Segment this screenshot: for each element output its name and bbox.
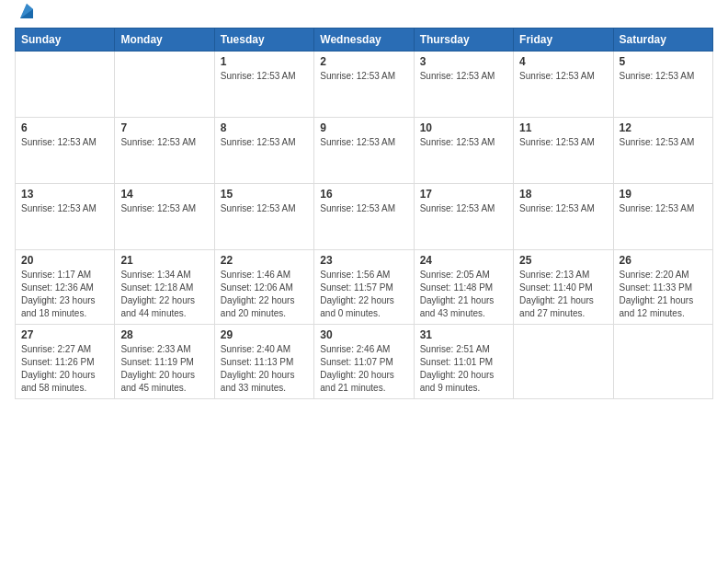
calendar-day-cell: 7Sunrise: 12:53 AM bbox=[115, 118, 214, 184]
calendar-day-cell: 29Sunrise: 2:40 AMSunset: 11:13 PMDaylig… bbox=[214, 325, 313, 399]
day-info-text: Sunrise: 12:53 AM bbox=[420, 136, 507, 149]
day-info-text: Sunrise: 12:53 AM bbox=[420, 70, 507, 83]
calendar-week-row: 27Sunrise: 2:27 AMSunset: 11:26 PMDaylig… bbox=[16, 325, 713, 399]
day-info-text: Sunrise: 1:34 AM bbox=[120, 269, 208, 282]
calendar-day-cell: 3Sunrise: 12:53 AM bbox=[414, 52, 513, 118]
calendar-day-cell: 13Sunrise: 12:53 AM bbox=[16, 184, 115, 250]
calendar-header-row: Sunday Monday Tuesday Wednesday Thursday… bbox=[16, 29, 713, 52]
calendar-day-cell: 21Sunrise: 1:34 AMSunset: 12:18 AMDaylig… bbox=[115, 250, 214, 325]
day-info-text: Sunrise: 12:53 AM bbox=[420, 202, 507, 215]
calendar-day-cell: 30Sunrise: 2:46 AMSunset: 11:07 PMDaylig… bbox=[314, 325, 414, 399]
day-info-text: Sunset: 11:26 PM bbox=[21, 356, 108, 369]
calendar-day-cell: 18Sunrise: 12:53 AM bbox=[514, 184, 613, 250]
col-tuesday: Tuesday bbox=[214, 29, 313, 52]
day-number: 13 bbox=[21, 188, 108, 201]
day-info-text: Sunset: 11:48 PM bbox=[420, 282, 507, 294]
calendar-day-cell bbox=[16, 52, 115, 118]
calendar-day-cell: 11Sunrise: 12:53 AM bbox=[514, 118, 613, 184]
day-number: 25 bbox=[519, 254, 607, 267]
day-info-text: Sunrise: 12:53 AM bbox=[320, 202, 407, 215]
day-info-text: Sunrise: 12:53 AM bbox=[221, 202, 308, 215]
day-number: 5 bbox=[620, 55, 707, 68]
day-info-text: Sunset: 11:19 PM bbox=[120, 356, 208, 369]
day-info-text: Sunrise: 2:27 AM bbox=[21, 343, 108, 356]
day-info-text: Daylight: 21 hours and 12 minutes. bbox=[620, 294, 707, 320]
day-info-text: Daylight: 23 hours and 18 minutes. bbox=[21, 294, 108, 320]
calendar-day-cell bbox=[514, 325, 613, 399]
day-number: 18 bbox=[519, 188, 607, 201]
day-number: 9 bbox=[320, 121, 407, 134]
calendar-day-cell: 28Sunrise: 2:33 AMSunset: 11:19 PMDaylig… bbox=[115, 325, 214, 399]
day-number: 6 bbox=[21, 121, 108, 134]
day-info-text: Sunrise: 12:53 AM bbox=[221, 70, 308, 83]
col-saturday: Saturday bbox=[613, 29, 712, 52]
day-info-text: Sunrise: 1:46 AM bbox=[221, 269, 308, 282]
day-number: 30 bbox=[320, 328, 407, 341]
day-info-text: Sunset: 12:36 AM bbox=[21, 282, 108, 294]
calendar-day-cell: 31Sunrise: 2:51 AMSunset: 11:01 PMDaylig… bbox=[414, 325, 513, 399]
day-info-text: Sunrise: 2:46 AM bbox=[320, 343, 407, 356]
calendar-day-cell: 14Sunrise: 12:53 AM bbox=[115, 184, 214, 250]
day-info-text: Sunrise: 2:33 AM bbox=[120, 343, 208, 356]
day-info-text: Daylight: 20 hours and 58 minutes. bbox=[21, 369, 108, 395]
day-info-text: Daylight: 22 hours and 20 minutes. bbox=[221, 294, 308, 320]
day-number: 31 bbox=[420, 328, 507, 341]
logo bbox=[15, 9, 37, 22]
calendar-day-cell: 8Sunrise: 12:53 AM bbox=[214, 118, 313, 184]
day-number: 4 bbox=[519, 55, 607, 68]
day-info-text: Daylight: 21 hours and 27 minutes. bbox=[519, 294, 607, 320]
day-number: 2 bbox=[320, 55, 407, 68]
calendar-day-cell: 9Sunrise: 12:53 AM bbox=[314, 118, 414, 184]
day-info-text: Sunset: 11:33 PM bbox=[620, 282, 707, 294]
calendar-day-cell: 1Sunrise: 12:53 AM bbox=[214, 52, 313, 118]
calendar-table: Sunday Monday Tuesday Wednesday Thursday… bbox=[15, 28, 713, 399]
day-info-text: Sunrise: 12:53 AM bbox=[519, 136, 607, 149]
day-info-text: Daylight: 21 hours and 43 minutes. bbox=[420, 294, 507, 320]
day-info-text: Sunset: 11:57 PM bbox=[320, 282, 407, 294]
day-number: 11 bbox=[519, 121, 607, 134]
col-wednesday: Wednesday bbox=[314, 29, 414, 52]
day-info-text: Sunrise: 2:05 AM bbox=[420, 269, 507, 282]
day-info-text: Sunrise: 12:53 AM bbox=[120, 202, 208, 215]
calendar-week-row: 20Sunrise: 1:17 AMSunset: 12:36 AMDaylig… bbox=[16, 250, 713, 325]
day-number: 8 bbox=[221, 121, 308, 134]
day-number: 12 bbox=[620, 121, 707, 134]
col-sunday: Sunday bbox=[16, 29, 115, 52]
day-number: 27 bbox=[21, 328, 108, 341]
calendar-day-cell: 20Sunrise: 1:17 AMSunset: 12:36 AMDaylig… bbox=[16, 250, 115, 325]
day-info-text: Sunrise: 12:53 AM bbox=[519, 202, 607, 215]
day-number: 1 bbox=[221, 55, 308, 68]
day-number: 15 bbox=[221, 188, 308, 201]
col-friday: Friday bbox=[514, 29, 613, 52]
calendar-day-cell: 15Sunrise: 12:53 AM bbox=[214, 184, 313, 250]
day-info-text: Daylight: 22 hours and 0 minutes. bbox=[320, 294, 407, 320]
calendar-week-row: 1Sunrise: 12:53 AM2Sunrise: 12:53 AM3Sun… bbox=[16, 52, 713, 118]
day-number: 16 bbox=[320, 188, 407, 201]
calendar-day-cell: 25Sunrise: 2:13 AMSunset: 11:40 PMDaylig… bbox=[514, 250, 613, 325]
calendar-day-cell: 12Sunrise: 12:53 AM bbox=[613, 118, 712, 184]
calendar-day-cell bbox=[613, 325, 712, 399]
calendar-week-row: 13Sunrise: 12:53 AM14Sunrise: 12:53 AM15… bbox=[16, 184, 713, 250]
day-number: 28 bbox=[120, 328, 208, 341]
day-number: 22 bbox=[221, 254, 308, 267]
day-number: 3 bbox=[420, 55, 507, 68]
day-info-text: Sunrise: 12:53 AM bbox=[519, 70, 607, 83]
day-info-text: Sunrise: 12:53 AM bbox=[120, 136, 208, 149]
day-info-text: Sunset: 12:18 AM bbox=[120, 282, 208, 294]
calendar-day-cell: 2Sunrise: 12:53 AM bbox=[314, 52, 414, 118]
col-thursday: Thursday bbox=[414, 29, 513, 52]
calendar-day-cell: 26Sunrise: 2:20 AMSunset: 11:33 PMDaylig… bbox=[613, 250, 712, 325]
col-monday: Monday bbox=[115, 29, 214, 52]
calendar-day-cell: 5Sunrise: 12:53 AM bbox=[613, 52, 712, 118]
calendar-day-cell: 23Sunrise: 1:56 AMSunset: 11:57 PMDaylig… bbox=[314, 250, 414, 325]
day-info-text: Sunrise: 12:53 AM bbox=[320, 70, 407, 83]
day-info-text: Sunrise: 12:53 AM bbox=[221, 136, 308, 149]
day-number: 23 bbox=[320, 254, 407, 267]
day-number: 19 bbox=[620, 188, 707, 201]
calendar-day-cell: 4Sunrise: 12:53 AM bbox=[514, 52, 613, 118]
calendar-day-cell: 6Sunrise: 12:53 AM bbox=[16, 118, 115, 184]
day-info-text: Sunrise: 12:53 AM bbox=[620, 136, 707, 149]
day-info-text: Sunrise: 12:53 AM bbox=[21, 202, 108, 215]
header bbox=[15, 9, 713, 22]
day-info-text: Sunrise: 12:53 AM bbox=[320, 136, 407, 149]
